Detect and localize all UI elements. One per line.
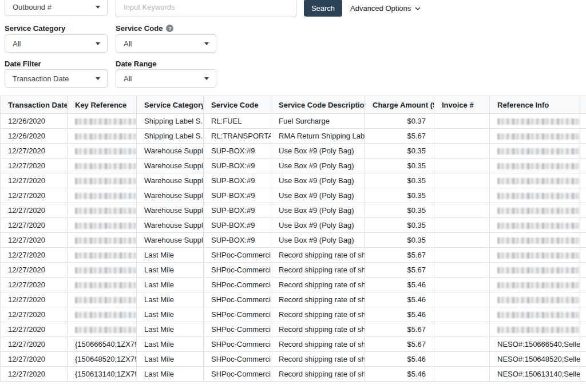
service-code-dropdown[interactable]: All [116, 34, 216, 53]
service-code-cell: RL:TRANSPORTATI... [204, 129, 271, 144]
help-icon[interactable]: ? [166, 25, 173, 32]
transaction-date-cell: 12/27/2020 [1, 233, 68, 248]
search-button[interactable]: Search [304, 0, 342, 17]
key-reference-cell [68, 233, 137, 248]
service-code-cell: SUP-BOX:#9 [204, 218, 271, 233]
chevron-down-icon [204, 42, 209, 45]
service-code-description-cell: Use Box #9 (Poly Bag) [271, 218, 365, 233]
charge-amount-cell: $0.35 [365, 188, 434, 203]
spacer-cell [580, 144, 586, 159]
transaction-date-cell: 12/27/2020 [1, 173, 68, 188]
charge-amount-cell: $5.67 [365, 248, 434, 263]
table-row: 12/27/2020Warehouse Suppl...SUP-BOX:#9Us… [1, 233, 586, 248]
invoice-cell [434, 233, 490, 248]
service-code-description-cell: Use Box #9 (Poly Bag) [271, 159, 365, 173]
service-category-cell: Last Mile [137, 263, 204, 278]
date-range-dropdown[interactable]: All [116, 69, 216, 88]
reference-info-cell [490, 188, 580, 203]
service-code-description-cell: Record shipping rate of shi... [271, 337, 365, 352]
service-category-cell: Last Mile [137, 337, 204, 352]
charge-amount-cell: $5.46 [365, 367, 434, 382]
service-code-description-cell: Record shipping rate of shi... [271, 248, 365, 263]
service-category-cell: Warehouse Suppl... [137, 233, 204, 248]
charge-amount-cell: $5.67 [365, 129, 434, 144]
transaction-date-cell: 12/27/2020 [1, 263, 68, 278]
service-code-description-cell: Use Box #9 (Poly Bag) [271, 173, 365, 188]
invoice-cell [434, 114, 490, 129]
redacted-text [75, 133, 136, 140]
service-code-cell: SHPoc-Commercial [204, 263, 271, 278]
search-type-value: Outbound # [13, 3, 52, 11]
service-code-description-cell: Record shipping rate of shi... [271, 263, 365, 278]
key-reference-cell [68, 188, 137, 203]
service-category-cell: Last Mile [137, 322, 204, 337]
spacer-cell [580, 337, 586, 352]
redacted-text [75, 297, 136, 303]
invoice-cell [434, 144, 490, 159]
transaction-date-cell: 12/27/2020 [1, 278, 68, 292]
key-reference-cell [68, 322, 137, 337]
invoice-cell [434, 203, 490, 218]
redacted-text [497, 148, 580, 155]
redacted-text [497, 312, 580, 318]
charge-amount-cell: $0.35 [365, 173, 434, 188]
spacer-cell [580, 307, 586, 322]
table-row: 12/27/2020Last MileSHPoc-CommercialRecor… [1, 292, 586, 307]
key-reference-cell [68, 114, 137, 129]
service-code-cell: SHPoc-Commercial [204, 337, 271, 352]
reference-info-cell: NESO#:150648520;SellerOr... [490, 352, 580, 367]
service-category-cell: Last Mile [137, 278, 204, 292]
keywords-input[interactable] [116, 0, 296, 17]
service-category-value: All [13, 39, 21, 48]
invoice-cell [434, 307, 490, 322]
redacted-text [497, 163, 580, 169]
col-header-service-code-description: Service Code Description [271, 96, 365, 114]
col-header-reference-info: Reference Info [490, 96, 580, 114]
service-category-label: Service Category [5, 24, 65, 33]
redacted-text [497, 237, 580, 244]
service-code-cell: SUP-BOX:#9 [204, 144, 271, 159]
date-filter-value: Transaction Date [13, 74, 69, 83]
redacted-text [497, 223, 580, 229]
table-row: 12/27/2020Last MileSHPoc-CommercialRecor… [1, 263, 586, 278]
redacted-text [497, 327, 580, 333]
date-filter-dropdown[interactable]: Transaction Date [5, 69, 108, 88]
service-code-cell: RL:FUEL [204, 114, 271, 129]
service-code-cell: SHPoc-Commercial [204, 307, 271, 322]
search-type-dropdown[interactable]: Outbound # [5, 0, 108, 16]
charge-amount-cell: $5.46 [365, 352, 434, 367]
service-code-description-cell: Use Box #9 (Poly Bag) [271, 144, 365, 159]
service-category-dropdown[interactable]: All [5, 34, 108, 53]
key-reference-cell [68, 203, 137, 218]
redacted-text [497, 252, 580, 259]
invoice-cell [434, 188, 490, 203]
table-row: 12/27/2020Warehouse Suppl...SUP-BOX:#9Us… [1, 203, 586, 218]
service-category-cell: Last Mile [137, 292, 204, 307]
redacted-text [75, 223, 136, 229]
filter-panel: Outbound # Search Advanced Options Servi… [0, 0, 586, 96]
invoice-cell [434, 263, 490, 278]
transaction-date-cell: 12/27/2020 [1, 367, 68, 382]
key-reference-cell [68, 173, 137, 188]
table-row: 12/26/2020Shipping Label S...RL:TRANSPOR… [1, 129, 586, 144]
date-range-label: Date Range [116, 60, 157, 68]
spacer-cell [580, 114, 586, 129]
spacer-cell [580, 188, 586, 203]
service-code-cell: SHPoc-Commercial [204, 322, 271, 337]
table-row: 12/27/2020Last MileSHPoc-CommercialRecor… [1, 248, 586, 263]
key-reference-cell: {150613140;1ZX79... [68, 367, 137, 382]
advanced-options-toggle[interactable]: Advanced Options [350, 4, 421, 13]
reference-info-cell [490, 129, 580, 144]
table-body: 12/26/2020Shipping Label S...RL:FUELFuel… [1, 114, 586, 382]
redacted-text [497, 178, 580, 184]
date-range-value: All [124, 74, 132, 83]
key-reference-cell: {150648520;1ZX79... [68, 352, 137, 367]
reference-info-cell [490, 307, 580, 322]
charge-amount-cell: $0.35 [365, 203, 434, 218]
reference-info-cell [490, 173, 580, 188]
col-header-spacer [580, 96, 586, 114]
table-row: 12/27/2020{150666540;1ZX79...Last MileSH… [1, 337, 586, 352]
chevron-down-icon [204, 77, 209, 80]
chevron-down-icon [96, 42, 100, 45]
service-code-cell: SHPoc-Commercial [204, 292, 271, 307]
